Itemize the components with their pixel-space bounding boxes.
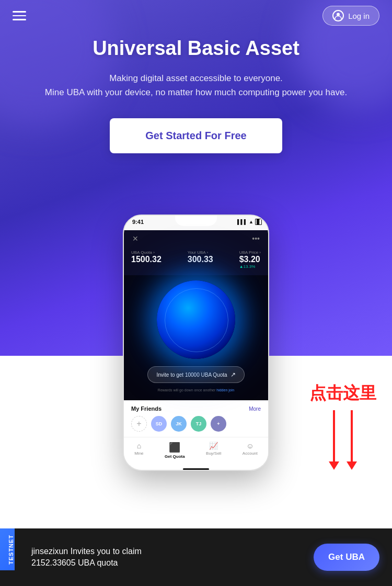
nav-buy-sell-label: Buy/Sell bbox=[206, 451, 221, 456]
invite-line1: jinsezixun Invites you to claim bbox=[31, 547, 142, 556]
phone-screen-header: ✕ ••• bbox=[124, 230, 268, 247]
invite-line2: 2152.33605 UBA quota bbox=[31, 558, 142, 568]
arrow-left-head bbox=[329, 461, 339, 470]
arrow-left-line bbox=[333, 410, 335, 463]
battery-icon: ▊ bbox=[255, 219, 262, 225]
home-indicator bbox=[183, 468, 209, 470]
add-friend-button[interactable]: + bbox=[131, 416, 147, 432]
nav-account[interactable]: ☺ Account bbox=[243, 442, 258, 459]
invite-arrow-icon: ↗ bbox=[230, 371, 236, 378]
annotation-text: 点击这里 bbox=[309, 382, 376, 405]
link-text: hidden join bbox=[216, 388, 234, 392]
invite-info: jinsezixun Invites you to claim 2152.336… bbox=[31, 547, 142, 568]
nav-get-quota-label: Get Quota bbox=[165, 454, 185, 459]
friends-more-link[interactable]: More bbox=[249, 406, 261, 412]
phone-status-icons: ▌▌▌ ▲ ▊ bbox=[237, 219, 262, 225]
nav-buy-sell[interactable]: 📈 Buy/Sell bbox=[206, 442, 221, 459]
globe-area: Invite to get 10000 UBA Quota ↗ Rewards … bbox=[124, 275, 268, 400]
stat-price-label: UBA Price › bbox=[239, 250, 261, 255]
stat-quota-value: 1500.32 bbox=[131, 255, 162, 264]
bottom-bar: TESTNET jinsezixun Invites you to claim … bbox=[0, 528, 392, 586]
get-started-button[interactable]: Get Started For Free bbox=[110, 118, 282, 153]
nav-mine-label: Mine bbox=[134, 451, 143, 456]
menu-line-2 bbox=[13, 15, 26, 17]
stat-quota: UBA Quota › 1500.32 bbox=[131, 250, 162, 269]
login-button[interactable]: Log in bbox=[322, 6, 379, 26]
friends-header: My Friends More bbox=[131, 405, 261, 412]
user-icon bbox=[332, 10, 344, 21]
globe-visualization bbox=[157, 280, 235, 359]
arrow-left bbox=[333, 410, 335, 463]
header: Log in bbox=[0, 0, 392, 31]
phone-status-bar: 9:41 ▌▌▌ ▲ ▊ bbox=[124, 216, 268, 230]
friend-avatar-sd: SD bbox=[151, 416, 167, 432]
invite-button[interactable]: Invite to get 10000 UBA Quota ↗ bbox=[147, 366, 244, 383]
stat-uba-label: Your UBA › bbox=[188, 250, 213, 255]
menu-button[interactable] bbox=[13, 11, 26, 20]
testnet-badge: TESTNET bbox=[0, 528, 15, 570]
signal-icon: ▌▌▌ bbox=[237, 219, 247, 224]
phone-stats: UBA Quota › 1500.32 Your UBA › 300.33 UB… bbox=[124, 247, 268, 275]
stat-uba-value: 300.33 bbox=[188, 255, 213, 264]
mine-icon: ⌂ bbox=[137, 442, 141, 450]
nav-account-label: Account bbox=[243, 451, 258, 456]
annotation: 点击这里 bbox=[309, 382, 376, 463]
get-uba-button[interactable]: Get UBA bbox=[314, 544, 379, 571]
nav-mine[interactable]: ⌂ Mine bbox=[134, 442, 143, 459]
stat-quota-label: UBA Quota › bbox=[131, 250, 162, 255]
hero-content: Universal Basic Asset Making digital ass… bbox=[0, 37, 392, 179]
friend-avatar-more: + bbox=[211, 416, 226, 432]
arrows-container bbox=[309, 410, 376, 463]
friends-avatars: + SD JK TJ + bbox=[131, 416, 261, 432]
hero-title: Universal Basic Asset bbox=[16, 37, 376, 61]
phone: 9:41 ▌▌▌ ▲ ▊ ✕ ••• UBA Quota › 1500.32 Y… bbox=[123, 215, 269, 471]
login-label: Log in bbox=[348, 12, 370, 20]
stat-price: UBA Price › $3.20 ▲13.3% bbox=[239, 250, 261, 269]
nav-get-quota[interactable]: ⬛ Get Quota bbox=[165, 442, 185, 459]
phone-bottom-nav: ⌂ Mine ⬛ Get Quota 📈 Buy/Sell ☺ Account bbox=[124, 437, 268, 465]
wifi-icon: ▲ bbox=[249, 219, 253, 224]
phone-time: 9:41 bbox=[132, 219, 144, 225]
account-icon: ☺ bbox=[246, 442, 253, 450]
arrow-right-line bbox=[351, 410, 353, 463]
phone-notch bbox=[175, 216, 217, 226]
stat-price-change: ▲13.3% bbox=[239, 264, 261, 269]
phone-mockup: 9:41 ▌▌▌ ▲ ▊ ✕ ••• UBA Quota › 1500.32 Y… bbox=[123, 215, 269, 471]
get-quota-icon: ⬛ bbox=[169, 442, 180, 453]
stat-price-value: $3.20 bbox=[239, 255, 261, 264]
arrow-right-head bbox=[347, 461, 357, 470]
reward-text: Rewards will go down once another hidden… bbox=[153, 388, 239, 392]
more-options-icon[interactable]: ••• bbox=[252, 234, 260, 243]
menu-line-1 bbox=[13, 11, 26, 13]
friend-avatar-jk: JK bbox=[171, 416, 187, 432]
buy-sell-icon: 📈 bbox=[209, 442, 218, 450]
hero-subtitle: Making digital asset accessible to every… bbox=[16, 71, 376, 99]
menu-line-3 bbox=[13, 19, 26, 20]
stat-uba: Your UBA › 300.33 bbox=[188, 250, 213, 269]
svg-point-0 bbox=[337, 13, 340, 16]
invite-label: Invite to get 10000 UBA Quota bbox=[156, 372, 227, 378]
close-icon[interactable]: ✕ bbox=[132, 234, 139, 243]
friends-section: My Friends More + SD JK TJ + bbox=[124, 400, 268, 437]
friends-title: My Friends bbox=[131, 405, 162, 412]
arrow-right bbox=[351, 410, 353, 463]
friend-avatar-tj: TJ bbox=[191, 416, 206, 432]
